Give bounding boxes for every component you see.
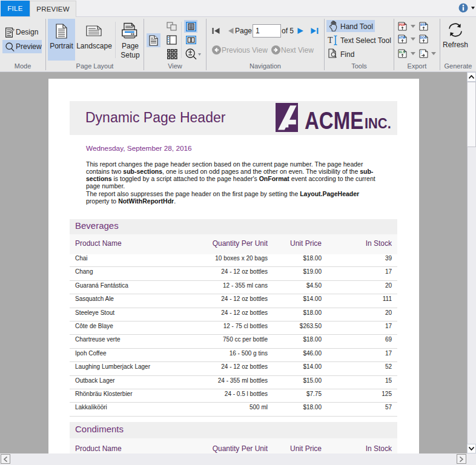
svg-text:DOC: DOC [420,36,427,39]
svg-text:PDF: PDF [399,23,406,27]
svg-text:RTF: RTF [420,23,427,27]
svg-text:XLS: XLS [399,50,406,54]
svg-text:HTM: HTM [398,36,405,39]
